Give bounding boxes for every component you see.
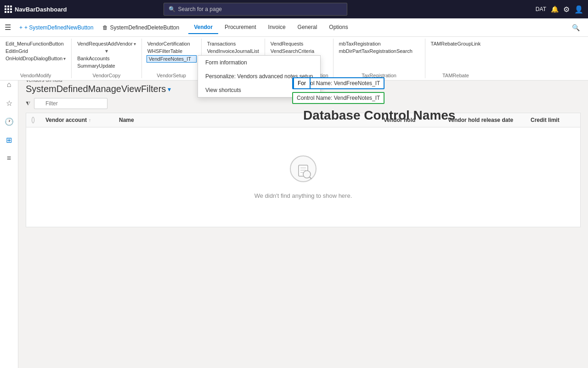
user-label: DAT [536,6,546,12]
vend-search-criteria[interactable]: VendSearchCriteria [270,48,328,54]
edit-in-grid[interactable]: EditInGrid [5,48,67,54]
sidebar-workspaces-icon[interactable]: ≡ [2,151,17,166]
vendor-setup-items: VendorCertification WHSFilterTable VendF… [147,39,197,64]
vendor-copy-items: VendRequestAddVendor ▾ ▾ BankAccounts Su… [76,39,137,71]
sidebar-recent-icon[interactable]: 🕐 [2,114,17,129]
on-hold-drop-dialog[interactable]: OnHoldDropDialogButton ▾ [5,55,67,62]
tax-registration-items: mbTaxRegistration mbDirPartTaxRegistrati… [338,39,420,56]
tam-rebate-title: TAMRebate [430,71,482,78]
whs-filter-table[interactable]: WHSFilterTable [147,48,197,54]
transactions[interactable]: Transactions [206,40,260,47]
tooltip-partial-form: For [293,77,311,89]
ribbon-group-vendor-modify: Edit_MenuFunctionButton EditInGrid OnHol… [0,39,72,78]
vend-request-add-vendor[interactable]: VendRequestAddVendor ▾ [76,40,137,47]
empty-state: We didn't find anything to show here. [26,127,580,227]
vendor-certification[interactable]: VendorCertification [147,40,197,47]
settings-icon[interactable]: ⚙ [563,5,570,14]
ribbon-group-vendor-copy: VendRequestAddVendor ▾ ▾ BankAccounts Su… [72,39,142,78]
bell-icon[interactable]: 🔔 [551,6,559,13]
col-vendor-account[interactable]: Vendor account ↑ [40,113,113,127]
sidebar-favorites-icon[interactable]: ☆ [2,96,17,110]
new-button[interactable]: + + SystemDefinedNewButton [16,23,97,33]
filter-funnel-icon[interactable]: ⧨ [26,100,30,107]
sort-icon: ↑ [89,118,91,123]
col-credit-limit[interactable]: Credit limit [525,113,580,127]
grid-icon [5,6,12,13]
summary-update[interactable]: SummaryUpdate [76,63,137,69]
global-search-box[interactable]: 🔍 Search for a page [164,3,347,16]
database-control-names-title: Database Control Names [303,108,455,123]
col-checkbox [26,113,40,127]
tam-rebate-items: TAMRebateGroupLink [430,39,482,49]
tam-rebate-group-link[interactable]: TAMRebateGroupLink [430,40,482,47]
tab-invoice[interactable]: Invoice [263,21,291,34]
vendor-modify-items: Edit_MenuFunctionButton EditInGrid OnHol… [5,39,67,63]
app-name: NavBarDashboard [15,6,67,13]
search-icon: 🔍 [169,6,175,12]
vend-invoice-journal-list[interactable]: VendInvoiceJournalList [206,48,260,54]
search-placeholder: Search for a page [178,6,222,12]
view-title-chevron[interactable]: ▾ [168,86,171,93]
setup-dropdown: Form information Personalize: Vendors ad… [198,55,321,98]
nav-right-area: DAT 🔔 ⚙ 👤 [536,5,583,14]
empty-icon [289,155,317,187]
tooltip-green-text: Control Name: VendFreeNotes_IT [297,95,380,101]
delete-button[interactable]: 🗑 SystemDefinedDeleteButton [99,23,183,33]
empty-text: We didn't find anything to show here. [254,192,352,199]
edit-menu-function-button[interactable]: Edit_MenuFunctionButton [5,40,67,47]
menu-tabs: Vendor Procurement Invoice General Optio… [188,21,353,34]
ribbon-group-vendor-setup: VendorCertification WHSFilterTable VendF… [142,39,202,78]
ribbon-group-tax-registration: mbTaxRegistration mbDirPartTaxRegistrati… [334,39,425,78]
mb-tax-registration[interactable]: mbTaxRegistration [338,40,420,47]
vendor-related-items: VendRequests VendSearchCriteria [270,39,328,56]
user-icon[interactable]: 👤 [574,5,583,14]
filter-wrapper: 🔍 [34,98,107,109]
dropdown-form-information[interactable]: Form information [198,56,320,69]
mb-dir-part-tax-registration[interactable]: mbDirPartTaxRegistrationSearch [338,48,420,54]
sidebar-modules-icon[interactable]: ⊞ [2,132,17,147]
top-nav-bar: NavBarDashboard 🔍 Search for a page DAT … [0,0,588,18]
app-logo[interactable]: NavBarDashboard [5,6,67,13]
view-title-text: SystemDefinedManageViewFilters [26,84,166,94]
vendor-setup-title: VendorSetup [147,71,197,78]
ribbon-search-icon[interactable]: 🔍 [568,22,583,33]
bank-accounts[interactable]: BankAccounts [76,55,137,62]
tab-vendor[interactable]: Vendor [188,21,218,34]
vendor-modify-title: VendorModify [5,71,67,78]
ribbon-group-tam-rebate: TAMRebateGroupLink TAMRebate [425,39,486,78]
hamburger-menu[interactable]: ☰ [5,23,11,32]
plus-icon: + [19,24,23,31]
sidebar: ⌂ ☆ 🕐 ⊞ ≡ [0,74,18,368]
tab-procurement[interactable]: Procurement [219,21,262,34]
action-bar: ☰ + + SystemDefinedNewButton 🗑 SystemDef… [0,18,588,37]
vend-free-notes-it[interactable]: VendFreeNotes_IT [147,55,197,63]
delete-icon: 🗑 [102,24,108,31]
vendor-copy-title: VendorCopy [76,71,137,78]
filter-input[interactable] [34,98,107,109]
vend-requests[interactable]: VendRequests [270,40,328,47]
tooltip-green: Control Name: VendFreeNotes_IT [292,92,384,104]
tab-options[interactable]: Options [323,21,353,34]
tab-general[interactable]: General [292,21,323,34]
data-table: Vendor account ↑ Name Vendor hold Vendor… [26,113,581,227]
svg-point-5 [303,171,311,178]
